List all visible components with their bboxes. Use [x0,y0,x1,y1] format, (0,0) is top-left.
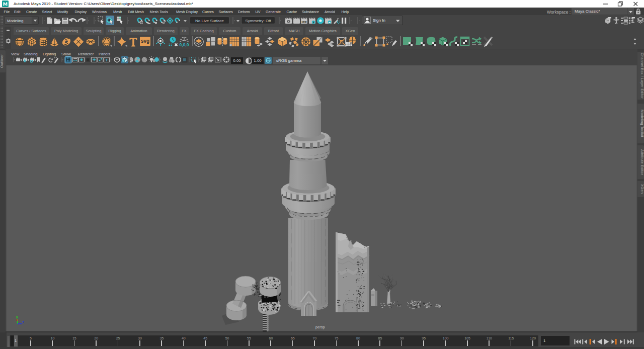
svg-text:RGB: RGB [266,59,271,62]
svg-text:z: z [23,320,25,324]
svg-text:0,0,0: 0,0,0 [180,42,189,47]
svg-text:IPR: IPR [301,21,307,24]
svg-text:T: T [106,58,108,62]
